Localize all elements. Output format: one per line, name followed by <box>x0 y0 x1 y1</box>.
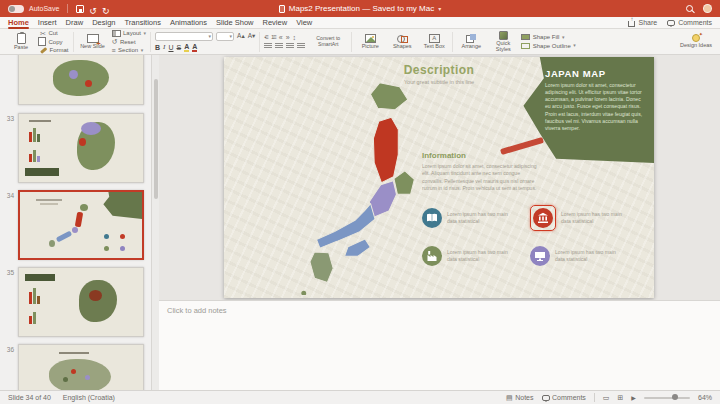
zoom-slider-knob[interactable] <box>672 394 678 400</box>
zoom-slider[interactable] <box>644 397 690 399</box>
thumb-region-shape <box>69 70 78 79</box>
notes-placeholder[interactable]: Click to add notes <box>159 301 720 320</box>
new-slide-button[interactable]: New Slide <box>78 30 108 54</box>
arrange-button[interactable]: Arrange <box>457 30 485 54</box>
layout-icon <box>112 30 121 37</box>
stat-item-book[interactable]: Lorem ipsum has two main data statistica… <box>422 203 528 233</box>
language-indicator[interactable]: English (Croatia) <box>63 394 115 401</box>
chevron-down-icon: ▾ <box>562 35 565 40</box>
chevron-down-icon: ▾ <box>573 43 576 48</box>
text-box-button[interactable]: Text Box <box>420 30 448 54</box>
save-icon[interactable] <box>76 5 84 13</box>
shapes-label: Shapes <box>393 44 412 50</box>
thumb-title-band <box>25 274 55 281</box>
increase-indent-button[interactable] <box>286 34 290 41</box>
divider <box>452 32 453 52</box>
tab-design[interactable]: Design <box>92 17 115 29</box>
picture-button[interactable]: Picture <box>356 30 384 54</box>
decrease-indent-button[interactable] <box>279 34 283 41</box>
share-button[interactable]: Share <box>628 19 657 27</box>
thumb-title-band <box>25 168 59 176</box>
reset-button[interactable]: Reset <box>112 38 147 45</box>
slide-thumbnail-35[interactable] <box>18 267 144 337</box>
align-right-button[interactable] <box>286 43 294 50</box>
font-color-button[interactable] <box>192 43 197 52</box>
font-row-1: A▴ A▾ <box>155 32 255 41</box>
tab-home[interactable]: Home <box>8 17 29 29</box>
notes-pane[interactable]: Click to add notes <box>159 300 720 390</box>
stat-item-monitor[interactable]: Lorem ipsum has two main data statistica… <box>530 241 636 271</box>
thumbnail-scrollbar[interactable] <box>152 55 159 390</box>
decrease-font-size-button[interactable]: A▾ <box>248 33 256 40</box>
undo-icon[interactable] <box>89 0 97 18</box>
layout-button[interactable]: Layout▾ <box>112 30 147 37</box>
information-body[interactable]: Lorem ipsum dolor sit amet, consectetur … <box>422 163 540 193</box>
statusbar-right: Notes Comments 64% <box>506 393 712 402</box>
tab-insert[interactable]: Insert <box>38 17 57 29</box>
slide-34[interactable]: Description Your great subtitle in this … <box>224 57 654 298</box>
normal-view-icon[interactable] <box>603 394 610 402</box>
slide-thumbnail-32-partial[interactable] <box>18 55 144 105</box>
cut-button[interactable]: Cut <box>40 30 69 37</box>
thumb-chart-bar <box>29 132 32 142</box>
design-ideas-button[interactable]: Design Ideas <box>678 30 714 54</box>
underline-button[interactable]: U <box>168 44 173 51</box>
account-avatar[interactable] <box>703 4 712 13</box>
paste-button[interactable]: Paste <box>6 30 36 54</box>
notes-toggle-button[interactable]: Notes <box>506 394 533 402</box>
font-group: A▴ A▾ B I U S <box>155 32 255 52</box>
information-title[interactable]: Information <box>422 151 466 160</box>
clipboard-small-buttons: Cut Copy Format <box>40 30 69 54</box>
line-spacing-button[interactable] <box>293 34 297 41</box>
font-name-combobox[interactable] <box>155 32 213 41</box>
bullets-button[interactable] <box>264 34 268 40</box>
notes-icon <box>506 394 513 402</box>
strikethrough-button[interactable]: S <box>177 44 182 51</box>
stat-item-bank[interactable]: Lorem ipsum has two main data statistica… <box>530 203 636 233</box>
copy-button[interactable]: Copy <box>40 38 69 45</box>
tab-draw[interactable]: Draw <box>66 17 84 29</box>
comments-button[interactable]: Comments <box>667 19 712 26</box>
reset-icon <box>112 38 118 46</box>
thumb-region-shape <box>56 231 72 243</box>
slide-sorter-view-icon[interactable] <box>617 394 623 402</box>
highlight-color-button[interactable] <box>184 43 189 52</box>
numbering-button[interactable] <box>271 34 276 40</box>
chevron-down-icon[interactable]: ▾ <box>438 5 441 12</box>
shape-fill-button[interactable]: Shape Fill▾ <box>521 34 576 41</box>
search-icon[interactable] <box>686 5 693 12</box>
tabbar-right: Share Comments <box>628 19 712 27</box>
tab-view[interactable]: View <box>296 17 312 29</box>
increase-font-size-button[interactable]: A▴ <box>237 33 245 40</box>
justify-button[interactable] <box>297 43 305 50</box>
slideshow-view-icon[interactable] <box>631 394 636 401</box>
bold-button[interactable]: B <box>155 44 160 51</box>
shape-format-buttons: Shape Fill▾ Shape Outline▾ <box>521 34 576 50</box>
tab-animations[interactable]: Animations <box>170 17 207 29</box>
convert-to-smartart-button[interactable]: Convert to SmartArt <box>309 36 347 47</box>
align-left-button[interactable] <box>264 43 272 50</box>
thumb-chart-bar <box>29 316 32 324</box>
stat-item-factory[interactable]: Lorem ipsum has two main data statistica… <box>422 241 528 271</box>
format-painter-button[interactable]: Format <box>40 47 69 54</box>
slide-thumbnail-36[interactable] <box>18 344 144 390</box>
comments-toggle-button[interactable]: Comments <box>542 394 586 401</box>
shapes-button[interactable]: Shapes <box>388 30 416 54</box>
stat-text: Lorem ipsum has two main data statistica… <box>447 249 513 263</box>
section-button[interactable]: Section▾ <box>112 47 147 54</box>
italic-button[interactable]: I <box>163 44 165 51</box>
redo-icon[interactable] <box>102 0 110 18</box>
shape-outline-button[interactable]: Shape Outline▾ <box>521 42 576 49</box>
autosave-toggle[interactable] <box>8 5 24 13</box>
tab-review[interactable]: Review <box>263 17 288 29</box>
tab-transitions[interactable]: Transitions <box>124 17 160 29</box>
quick-styles-button[interactable]: Quick Styles <box>489 30 517 54</box>
scrollbar-thumb[interactable] <box>154 79 158 199</box>
slide-thumbnail-34-selected[interactable] <box>18 190 144 260</box>
tab-slideshow[interactable]: Slide Show <box>216 17 254 29</box>
slide-thumbnail-33[interactable] <box>18 113 144 183</box>
align-center-button[interactable] <box>275 43 283 50</box>
paragraph-row-1 <box>264 34 305 41</box>
zoom-percentage[interactable]: 64% <box>698 394 712 401</box>
font-size-combobox[interactable] <box>216 32 234 41</box>
